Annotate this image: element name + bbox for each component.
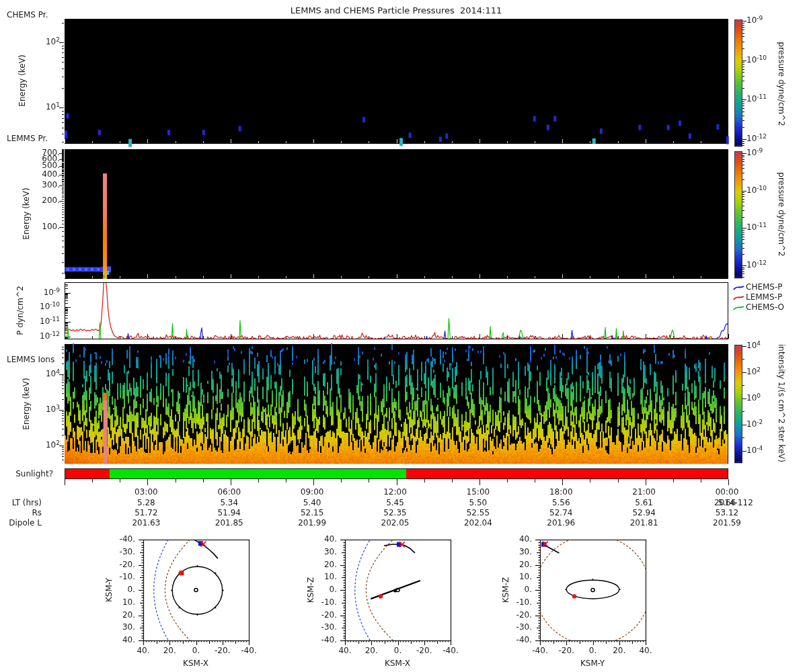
figure: LEMMS and CHEMS Particle Pressures 2014:… [0, 0, 807, 672]
orbit-y-tick-label: 30. [519, 548, 532, 556]
colorbar-tick-label: 10-11 [746, 224, 767, 233]
colorbar-label-pressure-1: pressure dyne/cm^2 [776, 42, 785, 126]
orbit-x-tick-label: 40. [639, 646, 652, 655]
orbit-x-tick-label: 40. [137, 646, 149, 655]
orbit-y-tick-label: 40. [324, 535, 337, 544]
orbit-x-tick-label: -40. [241, 646, 256, 655]
time-tick-label: 06:00 [217, 488, 241, 497]
time-tick-label: 03:00 [134, 488, 158, 497]
energy-tick-label: 300. [42, 181, 60, 190]
orbit-y-tick-label: -30. [321, 624, 337, 632]
panel-label-lemms-ions: LEMMS Ions [7, 355, 54, 364]
orbit-y-tick-label: -40. [516, 636, 532, 644]
pressure-tick-label: 10-10 [40, 303, 60, 312]
orbit-x-tick-label: 20. [365, 646, 378, 655]
energy-tick-label: 101 [46, 103, 60, 112]
dipole-value: 202.04 [464, 519, 492, 528]
orbit-y-tick-label: 0. [330, 585, 337, 594]
rs-value: 51.94 [218, 509, 241, 517]
dipole-value: 201.59 [713, 519, 741, 528]
energy-tick-label: 104 [46, 370, 60, 378]
orbit-x-tick-label: -20. [215, 646, 230, 655]
pressure-tick-label: 10-11 [40, 318, 60, 327]
rs-value: 53.12 [716, 509, 738, 517]
dipole-value: 201.85 [215, 519, 243, 528]
orbit-y-tick-label: -10. [321, 598, 337, 607]
ylabel-energy-chems: Energy (keV) [18, 54, 27, 106]
plots-canvas [0, 0, 807, 672]
orbit-y-tick-label: 30. [324, 548, 337, 556]
row-label-lt: LT (hrs) [12, 499, 42, 507]
pressure-tick-label: 10-9 [44, 288, 60, 297]
lt-value: 5.50 [469, 499, 488, 507]
orbit-x-tick-label: -20. [416, 646, 432, 655]
time-tick-label: 00:00 [716, 488, 739, 497]
orbit-y-tick-label: 40. [519, 535, 532, 544]
row-label-rs: Rs [32, 509, 42, 517]
rs-value: 52.35 [383, 509, 406, 517]
orbit-y-tick-label: -20. [321, 611, 337, 620]
dipole-value: 201.99 [298, 519, 326, 528]
lt-value: 5.40 [303, 499, 321, 507]
lt-value: 5.28 [137, 499, 155, 507]
energy-tick-label: 102 [46, 38, 60, 46]
orbit-y-tick-label: -40. [321, 636, 337, 644]
label-sunlight: Sunlight? [15, 470, 53, 478]
dipole-value: 201.63 [132, 519, 160, 528]
dipole-value: 201.81 [630, 519, 658, 528]
time-tick-label: 09:00 [301, 488, 324, 497]
orbit-y-tick-label: 30. [122, 624, 135, 632]
orbit-y-tick-label: -10. [120, 573, 135, 582]
lt-value: 5.34 [220, 499, 238, 507]
rs-value: 52.74 [549, 509, 572, 517]
orbit-x-tick-label: 0. [394, 646, 401, 655]
legend-item-label: CHEMS-O [746, 303, 784, 312]
orbit-y-tick-label: -30. [516, 624, 532, 632]
orbit-y-tick-label: 0. [128, 585, 135, 594]
row-label-dipole-l: Dipole L [9, 519, 42, 528]
orbit3-ylabel: KSM-Z [502, 577, 510, 603]
orbit-y-tick-label: -20. [516, 611, 532, 620]
ylabel-energy-ions: Energy (keV) [22, 378, 31, 429]
orbit1-xlabel: KSM-X [183, 659, 208, 668]
orbit-y-tick-label: 20. [324, 560, 337, 569]
lt-value: 5.66 [718, 499, 736, 507]
colorbar-tick-label: 10-11 [746, 95, 767, 104]
orbit2-xlabel: KSM-X [385, 659, 410, 668]
colorbar-tick-label: 10-2 [746, 420, 763, 429]
orbit-x-tick-label: 0. [192, 646, 200, 655]
rs-value: 52.94 [632, 509, 655, 517]
time-tick-label: 12:00 [383, 488, 407, 497]
orbit2-ylabel: KSM-Z [307, 577, 315, 603]
rs-value: 52.15 [301, 509, 323, 517]
orbit-y-tick-label: -30. [120, 548, 135, 556]
colorbar-tick-label: 10-12 [746, 135, 767, 144]
chart-title: LEMMS and CHEMS Particle Pressures 2014:… [291, 6, 502, 15]
rs-value: 51.72 [134, 509, 157, 517]
panel-label-chems-pr: CHEMS Pr. [7, 11, 48, 19]
time-tick-label: 18:00 [549, 488, 573, 497]
dipole-value: 201.96 [547, 519, 575, 528]
energy-tick-label: 200. [42, 196, 60, 205]
colorbar-tick-label: 10-10 [746, 186, 767, 195]
colorbar-tick-label: 100 [746, 394, 761, 403]
orbit-x-tick-label: -40. [532, 646, 547, 655]
panel-label-lemms-pr: LEMMS Pr. [7, 134, 48, 143]
lt-value: 5.61 [635, 499, 653, 507]
orbit-y-tick-label: 20. [122, 611, 135, 620]
colorbar-tick-label: 10-9 [746, 149, 763, 157]
orbit3-xlabel: KSM-Y [580, 659, 605, 668]
colorbar-tick-label: 10-9 [746, 16, 763, 25]
orbit-x-tick-label: 0. [589, 646, 597, 655]
orbit-y-tick-label: 10. [324, 573, 337, 582]
time-tick-label: 15:00 [467, 488, 490, 497]
orbit1-ylabel: KSM-Y [105, 578, 114, 602]
dipole-value: 202.05 [381, 519, 410, 528]
legend-item-label: CHEMS-P [746, 283, 783, 292]
energy-tick-label: 100. [42, 222, 60, 231]
pressure-tick-label: 10-12 [40, 332, 60, 341]
colorbar-tick-label: 10-4 [746, 446, 763, 455]
colorbar-label-pressure-2: pressure dyne/cm^2 [776, 172, 785, 256]
orbit-x-tick-label: -40. [443, 646, 458, 655]
energy-tick-label: 102 [46, 441, 60, 450]
